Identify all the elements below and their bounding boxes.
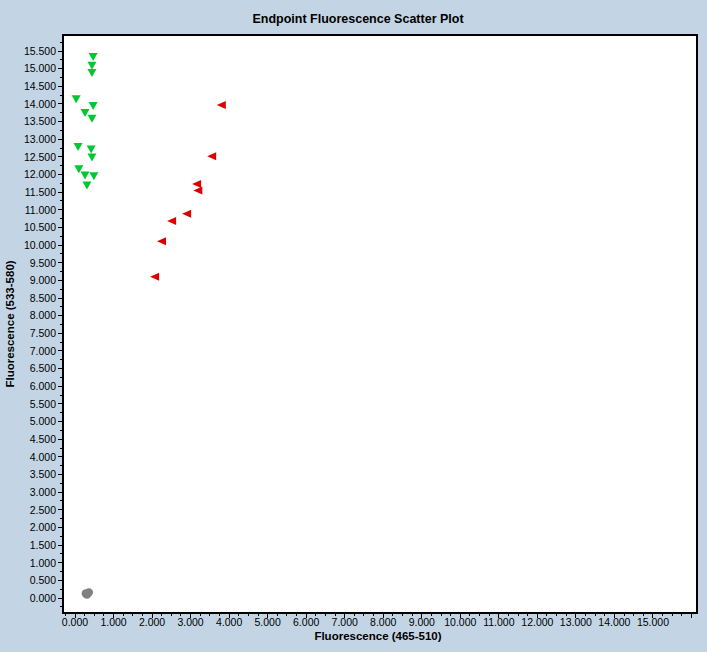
x-axis-tick-label: 11.000 [483, 616, 514, 628]
x-axis-tick-label: 1.000 [100, 616, 126, 628]
y-axis-tick-label: 10.500 [24, 221, 56, 233]
x-axis-tick-label: 13.000 [560, 616, 592, 628]
data-point [83, 590, 91, 598]
y-axis-tick-label: 12.000 [24, 168, 56, 180]
x-axis-tick-label: 10.000 [444, 616, 476, 628]
y-axis-tick-label: 6.000 [30, 380, 56, 392]
x-axis-tick-label: 2.000 [139, 616, 165, 628]
y-axis-tick-label: 4.000 [30, 451, 56, 463]
y-axis-tick-label: 2.000 [30, 521, 56, 533]
y-axis-title: Fluorescence (533-580) [4, 260, 16, 387]
x-axis-tick-label: 6.000 [293, 616, 319, 628]
y-axis-tick-label: 6.500 [30, 362, 56, 374]
y-axis-tick-label: 5.500 [30, 398, 56, 410]
x-axis-tick-label: 3.000 [177, 616, 203, 628]
y-axis-tick-label: 7.500 [30, 327, 56, 339]
x-axis-tick-label: 0.000 [62, 616, 88, 628]
y-axis-tick-label: 12.500 [24, 151, 56, 163]
x-axis-tick-label: 12.000 [521, 616, 553, 628]
y-axis-tick-label: 0.000 [30, 592, 56, 604]
x-axis-tick-label: 8.000 [370, 616, 396, 628]
y-axis-tick-label: 13.500 [24, 115, 56, 127]
x-axis-tick-label: 7.000 [332, 616, 358, 628]
y-axis-tick-label: 3.500 [30, 468, 56, 480]
y-axis-tick-label: 5.000 [30, 415, 56, 427]
y-axis-tick-label: 15.500 [24, 45, 56, 57]
y-axis-tick-label: 10.000 [24, 239, 56, 251]
scatter-plot-canvas: 0.0001.0002.0003.0004.0005.0006.0007.000… [0, 0, 707, 652]
y-axis-tick-label: 15.000 [24, 62, 56, 74]
x-axis-tick-label: 4.000 [216, 616, 242, 628]
x-axis-tick-label: 9.000 [409, 616, 435, 628]
y-axis-tick-label: 14.000 [24, 98, 56, 110]
x-axis-tick-label: 15.000 [637, 616, 669, 628]
y-axis-tick-label: 8.500 [30, 292, 56, 304]
y-axis-tick-label: 13.000 [24, 133, 56, 145]
y-axis-tick-label: 2.500 [30, 504, 56, 516]
y-axis-tick-label: 11.500 [25, 186, 56, 198]
x-axis-tick-label: 14.000 [598, 616, 630, 628]
scatter-plot-window: 0.0001.0002.0003.0004.0005.0006.0007.000… [0, 0, 707, 652]
y-axis-tick-label: 14.500 [24, 80, 56, 92]
y-axis-tick-label: 0.500 [30, 574, 56, 586]
y-axis-tick-label: 7.000 [30, 345, 56, 357]
y-axis-tick-label: 1.000 [30, 557, 56, 569]
y-axis-tick-label: 11.000 [25, 204, 56, 216]
y-axis-tick-label: 1.500 [30, 539, 56, 551]
plot-area [63, 35, 697, 613]
chart-title: Endpoint Fluorescence Scatter Plot [252, 12, 464, 26]
y-axis-tick-label: 9.000 [30, 274, 56, 286]
x-axis-tick-label: 5.000 [255, 616, 281, 628]
y-axis-tick-label: 4.500 [30, 433, 56, 445]
x-axis-title: Fluorescence (465-510) [314, 630, 441, 642]
y-axis-tick-label: 8.000 [30, 309, 56, 321]
y-axis-tick-label: 9.500 [30, 257, 56, 269]
y-axis-tick-label: 3.000 [30, 486, 56, 498]
